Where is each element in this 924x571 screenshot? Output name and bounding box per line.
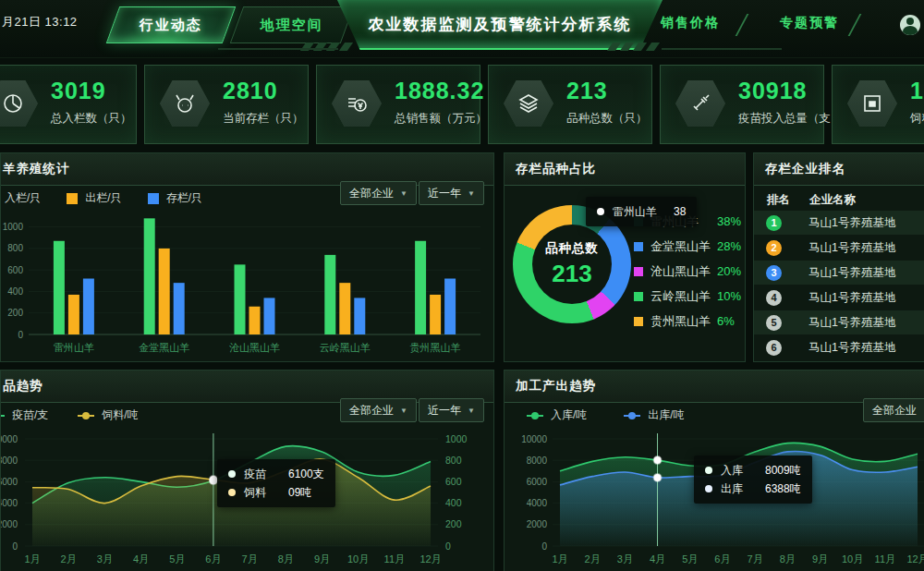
legend-item[interactable]: 疫苗/支 <box>0 407 48 423</box>
svg-text:1月: 1月 <box>24 553 40 565</box>
legend-item[interactable]: 入库/吨 <box>527 407 587 423</box>
col-rank-header: 排名 <box>767 192 809 208</box>
svg-text:0: 0 <box>541 541 547 552</box>
tooltip-value: 8009吨 <box>765 463 801 479</box>
tab-industry-news-label: 行业动态 <box>140 17 202 34</box>
chevron-down-icon: ▼ <box>468 407 475 415</box>
svg-text:6月: 6月 <box>205 553 221 565</box>
decor-line <box>662 48 782 50</box>
stat-value: 188 <box>910 78 924 104</box>
company-name: 马山1号养殖基地 <box>808 265 895 281</box>
stat-value: 213 <box>566 78 608 104</box>
svg-text:3月: 3月 <box>97 553 113 565</box>
panel-ranking-title: 存栏企业排名 <box>765 161 845 177</box>
donut-legend-item[interactable]: 云岭黑山羊10% <box>634 284 741 309</box>
ranking-row[interactable]: 6马山1号养殖基地 <box>754 335 924 359</box>
time-range-value: 近一年 <box>428 403 461 419</box>
user-avatar-icon[interactable] <box>900 15 920 35</box>
product-trend-tooltip: 疫苗6100支饲料09吨 <box>217 459 335 507</box>
panel-company-ranking: 存栏企业排名 排名 企业名称 1马山1号养殖基地2马山1号养殖基地3马山1号养殖… <box>753 152 924 362</box>
stat-value: 2810 <box>223 78 278 104</box>
chevron-down-icon: ▼ <box>400 189 407 198</box>
company-name: 马山1号养殖基地 <box>808 340 895 356</box>
donut-tooltip: 雷州山羊 38 <box>586 197 697 226</box>
tab-topic-warning[interactable]: 专题预警 <box>771 15 848 31</box>
company-filter-value: 全部企业 <box>349 403 394 419</box>
panel-breeding-stats: 羊养殖统计 入栏/只出栏/只存栏/只 全部企业▼ 近一年▼ 0200400600… <box>0 152 494 362</box>
stat-label: 疫苗投入总量（支） <box>738 111 843 127</box>
svg-text:8月: 8月 <box>780 553 796 565</box>
nav-separator <box>736 14 749 36</box>
stat-value: 3019 <box>51 78 106 104</box>
tab-geographic-space[interactable]: 地理空间 <box>230 6 355 43</box>
stat-card: 1888.32总销售额（万元） <box>316 65 480 144</box>
svg-text:2000: 2000 <box>527 519 548 529</box>
svg-text:400: 400 <box>445 497 462 508</box>
panel-stock-ratio: 存栏品种占比 品种总数 213 雷州山羊38%金堂黑山羊28%沧山黑山羊20%云… <box>504 152 746 362</box>
svg-text:雷州山羊: 雷州山羊 <box>54 342 94 353</box>
donut-legend-item[interactable]: 沧山黑山羊20% <box>634 259 741 284</box>
svg-text:9月: 9月 <box>812 553 828 565</box>
tab-geographic-space-label: 地理空间 <box>261 17 323 34</box>
col-company-header: 企业名称 <box>809 192 856 208</box>
ranking-row[interactable]: 4马山1号养殖基地 <box>754 286 924 310</box>
company-filter-select[interactable]: 全部企业▼ <box>340 398 417 422</box>
company-name: 马山1号养殖基地 <box>808 315 895 331</box>
donut-legend-item[interactable]: 金堂黑山羊28% <box>634 234 741 259</box>
time-range-select[interactable]: 近一年▼ <box>419 398 484 422</box>
svg-text:8000: 8000 <box>1 456 18 466</box>
ranking-row[interactable]: 5马山1号养殖基地 <box>754 310 924 334</box>
svg-text:10000: 10000 <box>521 434 547 444</box>
company-filter-select[interactable]: 全部企业▼ <box>340 181 417 205</box>
rank-badge: 2 <box>766 240 782 256</box>
process-trend-tooltip: 入库8009吨出库6388吨 <box>694 456 812 504</box>
ranking-row[interactable]: 3马山1号养殖基地 <box>754 261 924 285</box>
tooltip-name: 出库 <box>721 481 748 497</box>
svg-text:7月: 7月 <box>242 553 258 565</box>
time-range-select[interactable]: 近一年▼ <box>419 181 484 205</box>
legend-item[interactable]: 饲料/吨 <box>78 407 138 423</box>
svg-text:2000: 2000 <box>1 519 18 529</box>
tooltip-value: 6388吨 <box>765 481 801 497</box>
bar-chart-legend: 入栏/只出栏/只存栏/只 <box>0 190 202 206</box>
rank-badge: 1 <box>766 215 782 231</box>
svg-text:200: 200 <box>445 518 462 529</box>
stat-label: 当前存栏（只） <box>223 111 304 127</box>
tab-industry-news[interactable]: 行业动态 <box>106 6 237 43</box>
legend-item[interactable]: 出库/吨 <box>624 407 684 423</box>
legend-item[interactable]: 出栏/只 <box>67 190 121 206</box>
chevron-down-icon: ▼ <box>400 407 407 415</box>
svg-text:1000: 1000 <box>445 433 468 444</box>
svg-text:800: 800 <box>7 243 23 253</box>
svg-text:8月: 8月 <box>278 553 294 565</box>
tooltip-dot <box>597 208 604 215</box>
donut-legend-pct: 28% <box>717 239 741 253</box>
svg-text:10月: 10月 <box>842 553 863 565</box>
chevron-down-icon: ▼ <box>468 189 475 198</box>
donut-legend: 雷州山羊38%金堂黑山羊28%沧山黑山羊20%云岭黑山羊10%贵州黑山羊6% <box>634 209 741 334</box>
breeding-bar-chart[interactable]: 02004006008001000雷州山羊金堂黑山羊沧山黑山羊云岭黑山羊贵州黑山… <box>1 209 493 362</box>
tab-sales-price[interactable]: 销售价格 <box>649 15 732 31</box>
svg-text:10000: 10000 <box>1 434 18 444</box>
ranking-row[interactable]: 1马山1号养殖基地 <box>754 211 924 235</box>
svg-text:12月: 12月 <box>419 553 441 565</box>
svg-text:4月: 4月 <box>133 553 149 565</box>
svg-text:4000: 4000 <box>1 498 18 508</box>
stat-card: 188饲料投入 <box>832 65 924 144</box>
legend-item[interactable]: 存栏/只 <box>148 190 202 206</box>
svg-text:6000: 6000 <box>1 477 18 487</box>
product-trend-legend: 疫苗/支饲料/吨 <box>0 407 139 423</box>
legend-item[interactable]: 入栏/只 <box>0 190 41 206</box>
ranking-column-headers: 排名 企业名称 <box>754 192 856 208</box>
stat-label: 饲料投入 <box>910 111 924 127</box>
ranking-row[interactable]: 2马山1号养殖基地 <box>754 236 924 260</box>
donut-legend-pct: 20% <box>717 264 741 278</box>
donut-legend-label: 金堂黑山羊 <box>650 238 717 255</box>
goat-icon <box>160 80 210 127</box>
svg-text:400: 400 <box>7 286 23 297</box>
stat-value: 30918 <box>738 78 808 104</box>
panel-ranking-header: 存栏企业排名 <box>754 153 924 186</box>
company-filter-select[interactable]: 全部企业▼ <box>863 398 924 422</box>
svg-text:1月: 1月 <box>552 553 567 565</box>
donut-legend-item[interactable]: 贵州黑山羊6% <box>634 309 741 334</box>
